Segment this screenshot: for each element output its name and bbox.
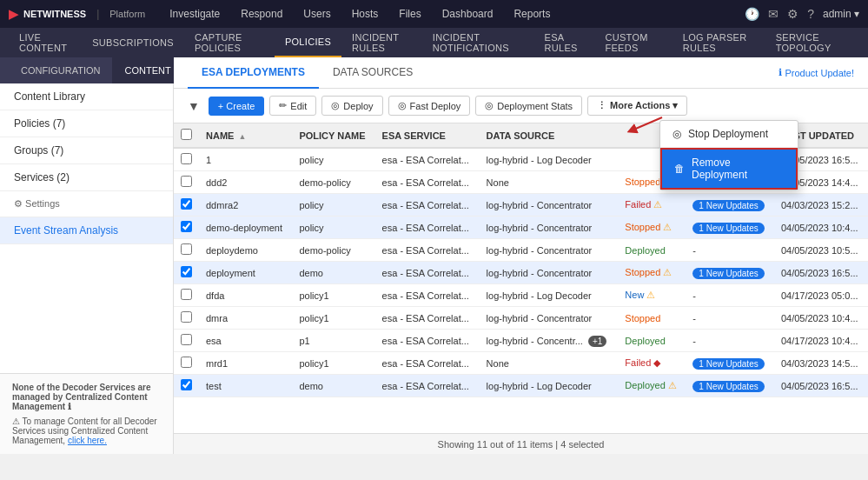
table-row[interactable]: test demo esa - ESA Correlat... log-hybr…	[174, 375, 868, 397]
clock-icon[interactable]: 🕐	[745, 7, 759, 21]
more-actions-button[interactable]: ⋮ More Actions ▾	[587, 96, 687, 116]
cell-lastupdated: 04/05/2023 10:4...	[774, 307, 868, 330]
header-name[interactable]: NAME ▲	[199, 123, 292, 148]
edit-button[interactable]: ✏ Edit	[269, 96, 316, 116]
table-row[interactable]: esa p1 esa - ESA Correlat... log-hybrid …	[174, 330, 868, 352]
nav-reports[interactable]: Reports	[503, 0, 560, 28]
sidebar-item-event-stream-analysis[interactable]: Event Stream Analysis	[0, 217, 173, 244]
sidebar-item-groups[interactable]: Groups (7)	[0, 137, 173, 164]
deployment-stats-label: Deployment Stats	[497, 101, 573, 111]
status-showing: Showing 11 out of 11 items	[438, 439, 553, 450]
sidebar-item-policies[interactable]: Policies (7)	[0, 110, 173, 137]
nav-capture-policies[interactable]: CAPTURE POLICIES	[184, 28, 275, 57]
sidebar-item-services[interactable]: Services (2)	[0, 164, 173, 191]
more-actions-dropdown: ◎ Stop Deployment 🗑 Remove Deployment	[659, 120, 798, 190]
cell-status: Failed ⚠	[618, 194, 686, 217]
table-row[interactable]: dmra policy1 esa - ESA Correlat... log-h…	[174, 307, 868, 330]
row-checkbox-ddmra2[interactable]	[181, 198, 192, 210]
cell-status: Stopped ⚠	[618, 217, 686, 239]
logo[interactable]: ▶ NETWITNESS | Platform	[9, 7, 145, 21]
nav-investigate[interactable]: Investigate	[159, 0, 230, 28]
table-row[interactable]: deploydemo demo-policy esa - ESA Correla…	[174, 239, 868, 262]
nav-dashboard[interactable]: Dashboard	[432, 0, 504, 28]
nav-incident-notifications[interactable]: INCIDENT NOTIFICATIONS	[422, 28, 534, 57]
nav-hosts[interactable]: Hosts	[341, 0, 389, 28]
logo-sep: |	[96, 8, 99, 20]
nav-users[interactable]: Users	[293, 0, 341, 28]
row-checkbox-esa[interactable]	[181, 334, 192, 345]
gear-icon[interactable]: ⚙	[787, 7, 798, 21]
row-checkbox-dmra[interactable]	[181, 311, 192, 323]
nav-policies[interactable]: POLICIES	[275, 28, 341, 57]
header-data-source[interactable]: DATA SOURCE	[480, 123, 619, 148]
cell-updates: -	[686, 284, 774, 307]
select-all-checkbox[interactable]	[181, 129, 192, 140]
row-checkbox-deployment[interactable]	[181, 266, 192, 277]
product-update-link[interactable]: ℹ Product Update!	[779, 67, 855, 78]
header-policy-name[interactable]: POLICY NAME	[292, 123, 374, 148]
cell-datasource: log-hybrid - Concentrator	[480, 307, 619, 330]
row-checkbox-dfda[interactable]	[181, 289, 192, 300]
mail-icon[interactable]: ✉	[768, 7, 779, 21]
cell-status: Deployed	[618, 330, 686, 352]
nav-esa-rules[interactable]: ESA RULES	[534, 28, 595, 57]
admin-menu[interactable]: admin ▾	[823, 8, 859, 20]
cell-updates[interactable]: 1 New Updates	[686, 262, 774, 284]
cell-updates[interactable]: 1 New Updates	[686, 352, 774, 375]
top-nav-items: Investigate Respond Users Hosts Files Da…	[159, 0, 745, 28]
cell-datasource: None	[480, 352, 619, 375]
click-here-link[interactable]: click here.	[68, 436, 107, 445]
nav-service-topology[interactable]: SERVICE TOPOLOGY	[765, 28, 859, 57]
cell-esa: esa - ESA Correlat...	[375, 330, 480, 352]
remove-deployment-label: Remove Deployment	[692, 157, 784, 181]
row-checkbox-1[interactable]	[181, 153, 192, 164]
tab-esa-deployments[interactable]: ESA DEPLOYMENTS	[188, 57, 319, 89]
nav-log-parser-rules[interactable]: LOG PARSER RULES	[673, 28, 765, 57]
dropdown-stop-deployment[interactable]: ◎ Stop Deployment	[660, 121, 798, 147]
deploy-button-label: Deploy	[343, 101, 373, 111]
fast-deploy-button[interactable]: ◎ Fast Deploy	[388, 96, 471, 116]
deployment-stats-button[interactable]: ◎ Deployment Stats	[475, 96, 582, 116]
tab-configuration[interactable]: CONFIGURATION	[9, 57, 112, 83]
table-row[interactable]: demo-deployment policy esa - ESA Correla…	[174, 217, 868, 239]
sidebar-item-settings[interactable]: ⚙ Settings	[0, 191, 173, 217]
cell-name: demo-deployment	[199, 217, 292, 239]
second-navigation: LIVE CONTENT SUBSCRIPTIONS CAPTURE POLIC…	[0, 28, 868, 57]
row-checkbox-deploydemo[interactable]	[181, 243, 192, 255]
table-row[interactable]: ddmra2 policy esa - ESA Correlat... log-…	[174, 194, 868, 217]
table-row[interactable]: deployment demo esa - ESA Correlat... lo…	[174, 262, 868, 284]
cell-name: test	[199, 375, 292, 397]
header-esa-service[interactable]: ESA SERVICE	[375, 123, 480, 148]
sidebar-item-content-library[interactable]: Content Library	[0, 83, 173, 110]
row-checkbox-ddd2[interactable]	[181, 176, 192, 187]
cell-status: Failed ◆	[618, 352, 686, 375]
tab-data-sources[interactable]: DATA SOURCES	[319, 57, 427, 89]
filter-icon[interactable]: ▼	[188, 99, 200, 113]
help-icon[interactable]: ?	[807, 7, 814, 21]
row-checkbox-mrd1[interactable]	[181, 357, 192, 368]
deploy-button[interactable]: ◎ Deploy	[321, 96, 382, 116]
tab-content[interactable]: CONTENT	[112, 57, 182, 83]
nav-live-content[interactable]: LIVE CONTENT	[9, 28, 82, 57]
cell-updates[interactable]: 1 New Updates	[686, 194, 774, 217]
create-button[interactable]: + Create	[209, 97, 265, 116]
nav-files[interactable]: Files	[388, 0, 431, 28]
cell-updates[interactable]: 1 New Updates	[686, 375, 774, 397]
cell-lastupdated: 04/05/2023 10:5...	[774, 239, 868, 262]
row-checkbox-test[interactable]	[181, 379, 192, 390]
nav-subscriptions[interactable]: SUBSCRIPTIONS	[82, 28, 184, 57]
nav-respond[interactable]: Respond	[230, 0, 293, 28]
header-checkbox[interactable]	[174, 123, 199, 148]
info-icon: ℹ	[779, 67, 782, 78]
cell-datasource: log-hybrid - Log Decoder	[480, 148, 619, 171]
table-row[interactable]: mrd1 policy1 esa - ESA Correlat... None …	[174, 352, 868, 375]
cell-lastupdated: 04/03/2023 15:2...	[774, 194, 868, 217]
cell-name: dfda	[199, 284, 292, 307]
row-checkbox-demo-deployment[interactable]	[181, 221, 192, 232]
nav-custom-feeds[interactable]: CUSTOM FEEDS	[594, 28, 672, 57]
cell-updates[interactable]: 1 New Updates	[686, 217, 774, 239]
dropdown-remove-deployment[interactable]: 🗑 Remove Deployment	[660, 148, 798, 190]
nav-incident-rules[interactable]: INCIDENT RULES	[341, 28, 422, 57]
table-row[interactable]: dfda policy1 esa - ESA Correlat... log-h…	[174, 284, 868, 307]
deploy-icon: ◎	[331, 100, 340, 111]
